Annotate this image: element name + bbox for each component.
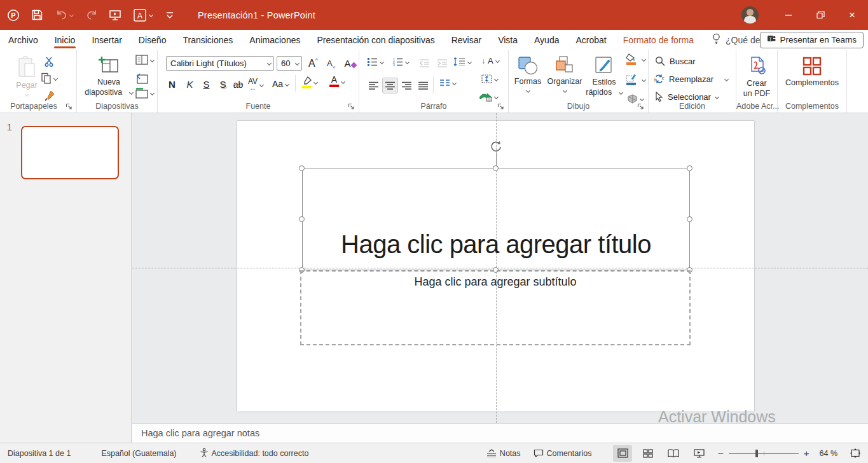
font-dialog-launcher[interactable] (348, 102, 355, 110)
paragraph-dialog-launcher[interactable] (497, 102, 505, 110)
tab-diseno[interactable]: Diseño (130, 30, 175, 50)
slide-thumbnail-1[interactable] (21, 126, 119, 179)
resize-handle-top-left[interactable] (299, 165, 305, 171)
tab-formato-de-forma[interactable]: Formato de forma (615, 30, 702, 50)
align-right-button[interactable] (399, 78, 415, 93)
fit-slide-to-window-button[interactable] (844, 443, 868, 463)
clear-formatting-button[interactable]: A (342, 55, 358, 71)
slideshow-view-button[interactable] (689, 445, 708, 462)
create-pdf-button[interactable]: Crearun PDF (739, 51, 775, 99)
save-icon[interactable] (27, 5, 47, 25)
copy-button[interactable] (41, 73, 57, 84)
shapes-button[interactable]: Formas (513, 51, 543, 92)
redo-icon[interactable] (81, 5, 102, 25)
user-avatar[interactable] (741, 6, 759, 24)
comments-toggle[interactable]: Comentarios (527, 443, 598, 463)
line-spacing-button[interactable] (453, 57, 471, 66)
undo-icon[interactable] (50, 5, 78, 25)
justify-button[interactable] (415, 78, 431, 93)
notes-pane[interactable]: Haga clic para agregar notas (132, 423, 868, 443)
new-slide-button[interactable]: Nuevadiapositiva (85, 51, 133, 98)
resize-handle-mid-left[interactable] (299, 216, 305, 222)
slide-indicator[interactable]: Diapositiva 1 de 1 (0, 443, 77, 463)
zoom-in-button[interactable]: + (804, 443, 809, 463)
tab-animaciones[interactable]: Animaciones (241, 30, 308, 50)
close-button[interactable]: × (836, 0, 868, 30)
customize-quick-access-icon[interactable] (160, 5, 180, 25)
resize-handle-top-right[interactable] (687, 165, 692, 171)
zoom-slider-thumb[interactable] (755, 450, 758, 457)
present-in-teams-button[interactable]: T Presentar en Teams (760, 32, 864, 48)
underline-button[interactable]: S (198, 76, 214, 92)
shape-fill-button[interactable] (626, 53, 645, 65)
reset-slide-icon[interactable] (134, 71, 149, 85)
columns-button[interactable] (439, 79, 456, 86)
tab-ayuda[interactable]: Ayuda (526, 30, 567, 50)
convert-to-smartart-button[interactable] (479, 92, 498, 102)
accessibility-status[interactable]: Accesibilidad: todo correcto (193, 443, 315, 463)
grow-font-button[interactable]: A^ (305, 55, 321, 71)
tab-transiciones[interactable]: Transiciones (174, 30, 241, 50)
resize-handle-mid-right[interactable] (687, 216, 692, 222)
section-button[interactable] (135, 88, 154, 99)
find-button[interactable]: Buscar (655, 56, 695, 66)
zoom-slider[interactable] (729, 453, 799, 454)
decrease-indent-icon[interactable] (417, 56, 432, 70)
tab-acrobat[interactable]: Acrobat (567, 30, 614, 50)
format-painter-icon[interactable] (42, 89, 57, 103)
select-button[interactable]: Seleccionar (655, 92, 719, 102)
rotate-handle-icon[interactable] (489, 140, 503, 154)
tell-me-search[interactable]: ¿Qué de (712, 33, 760, 46)
slide-layout-button[interactable] (135, 55, 154, 65)
font-style-icon[interactable]: A (128, 5, 156, 25)
tab-insertar[interactable]: Insertar (83, 30, 130, 50)
tab-inicio[interactable]: Inicio (46, 30, 84, 50)
clipboard-dialog-launcher[interactable] (65, 102, 73, 110)
drawing-dialog-launcher[interactable] (637, 102, 645, 110)
character-spacing-button[interactable]: AV↔ (248, 78, 263, 92)
title-placeholder-text[interactable]: Haga clic para agregar título (302, 230, 690, 259)
align-left-button[interactable] (366, 78, 382, 93)
strikethrough-button[interactable]: ab (230, 76, 246, 92)
change-case-button[interactable]: Aa (272, 79, 289, 89)
slide-sorter-view-button[interactable] (638, 445, 658, 462)
bold-button[interactable]: N (164, 76, 180, 92)
minimize-button[interactable] (773, 0, 804, 30)
font-size-combobox[interactable]: 60 (277, 56, 302, 71)
align-center-button[interactable] (382, 78, 398, 93)
text-shadow-button[interactable]: S (215, 76, 231, 92)
shrink-font-button[interactable]: A^ (323, 55, 339, 71)
normal-view-button[interactable] (613, 445, 632, 462)
text-direction-button[interactable]: ↓A (481, 56, 499, 66)
cut-icon[interactable] (42, 55, 57, 69)
subtitle-placeholder-text[interactable]: Haga clic para agregar subtítulo (300, 275, 691, 289)
paste-button[interactable]: Pegar (10, 51, 43, 96)
quick-styles-button[interactable]: Estilosrápidos (585, 51, 623, 98)
addins-button[interactable]: Complementos (783, 51, 841, 88)
replace-button[interactable]: bc Reemplazar (654, 74, 728, 84)
zoom-out-button[interactable]: − (717, 443, 723, 463)
align-text-button[interactable] (481, 74, 498, 84)
shape-outline-button[interactable] (626, 74, 645, 85)
tab-revisar[interactable]: Revisar (443, 30, 490, 50)
language-indicator[interactable]: Español (Guatemala) (95, 443, 183, 463)
start-slideshow-icon[interactable] (105, 5, 125, 25)
increase-indent-icon[interactable] (434, 56, 450, 70)
tab-archivo[interactable]: Archivo (0, 30, 46, 50)
highlight-color-button[interactable] (301, 76, 317, 88)
powerpoint-logo-icon[interactable]: P (3, 5, 24, 25)
bullets-button[interactable] (367, 57, 383, 66)
italic-button[interactable]: K (182, 76, 198, 92)
arrange-button[interactable]: Organizar (544, 51, 585, 92)
reading-view-button[interactable] (664, 445, 683, 462)
notes-toggle[interactable]: Notas (480, 443, 527, 463)
tab-vista[interactable]: Vista (490, 30, 526, 50)
numbering-button[interactable]: 123 (392, 57, 409, 66)
tab-presentacion[interactable]: Presentación con diapositivas (308, 30, 443, 50)
notes-placeholder-text[interactable]: Haga clic para agregar notas (141, 428, 259, 438)
font-family-combobox[interactable]: Calibri Light (Títulos) (166, 56, 274, 71)
resize-handle-top-center[interactable] (493, 165, 499, 171)
restore-button[interactable] (804, 0, 836, 30)
font-color-button[interactable]: A (329, 76, 345, 87)
zoom-level[interactable]: 64 % (813, 443, 844, 463)
